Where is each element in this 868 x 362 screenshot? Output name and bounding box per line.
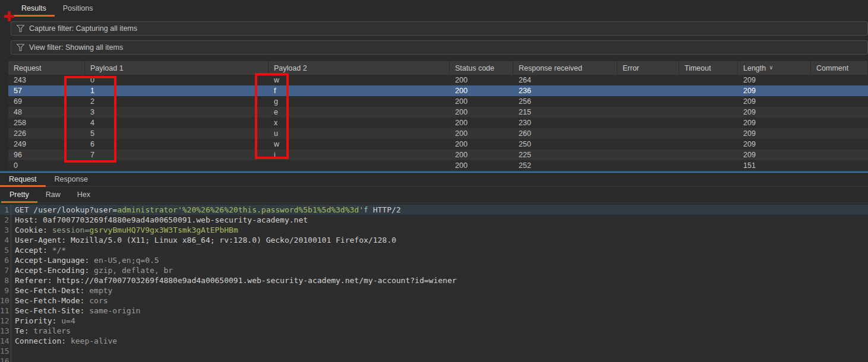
column-header-label: Request — [14, 64, 42, 72]
annotation-box-payload2 — [255, 73, 289, 159]
column-header-label: Payload 2 — [274, 64, 307, 72]
cell-response: 215 — [513, 107, 617, 118]
cell-timeout — [679, 160, 738, 171]
cell-length: 151 — [738, 160, 811, 171]
cell-length: 209 — [738, 96, 811, 107]
cell-status: 200 — [450, 150, 513, 160]
cell-timeout — [679, 96, 738, 107]
cell-timeout — [679, 107, 738, 118]
line-number: 8 — [0, 275, 11, 285]
line-number: 5 — [0, 245, 11, 255]
code-segment: empty — [89, 286, 112, 295]
cell-error — [617, 96, 679, 107]
line-number: 4 — [0, 235, 11, 245]
cell-error — [617, 139, 679, 150]
tab-pretty[interactable]: Pretty — [1, 188, 37, 203]
cell-length: 209 — [738, 75, 811, 85]
tab-raw[interactable]: Raw — [37, 188, 69, 203]
code-segment: same-origin — [89, 306, 140, 315]
code-segment: Accept-Encoding: — [15, 266, 94, 275]
code-segment: Cookie: — [15, 226, 52, 234]
cell-response: 264 — [513, 75, 617, 85]
table-row[interactable]: 2584x200230209 — [8, 118, 868, 128]
column-header-payload2[interactable]: Payload 2 — [269, 61, 450, 75]
tab-positions-label: Positions — [63, 4, 93, 12]
column-header-status[interactable]: Status code — [450, 61, 513, 75]
line-content: Priority: u=4 — [11, 316, 75, 326]
sort-desc-icon: ∨ — [769, 64, 773, 71]
column-header-payload1[interactable]: Payload 1 — [85, 61, 269, 75]
line-number: 11 — [0, 306, 11, 316]
column-header-comment[interactable]: Comment — [811, 61, 868, 75]
code-segment: Accept-Language: — [15, 256, 94, 265]
table-row[interactable]: 0200252151 — [8, 160, 868, 171]
line-number: 15 — [0, 346, 11, 356]
request-editor[interactable]: 1GET /user/lookup?user=administrator'%20… — [0, 204, 868, 362]
view-filter-label: View filter: Showing all items — [29, 43, 123, 52]
line-number: 12 — [0, 316, 11, 326]
tab-response[interactable]: Response — [46, 173, 97, 187]
table-row[interactable]: 483e200215209 — [8, 107, 868, 118]
table-row[interactable]: 2496w200250209 — [8, 139, 868, 150]
cell-comment — [811, 160, 868, 171]
cell-response: 260 — [513, 128, 617, 139]
cell-error — [617, 75, 679, 85]
view-filter-bar[interactable]: View filter: Showing all items — [11, 40, 868, 55]
column-header-length[interactable]: Length∨ — [738, 61, 811, 75]
editor-line: 4User-Agent: Mozilla/5.0 (X11; Linux x86… — [0, 235, 868, 245]
column-header-label: Comment — [816, 64, 848, 72]
column-header-label: Response received — [519, 64, 582, 72]
table-row[interactable]: 2430w200264209 — [8, 75, 868, 85]
column-header-timeout[interactable]: Timeout — [679, 61, 738, 75]
table-row[interactable]: 2265u200260209 — [8, 128, 868, 139]
cell-payload2: g — [269, 96, 450, 107]
code-segment: User-Agent: Mozilla/5.0 (X11; Linux x86_… — [15, 236, 396, 244]
cell-comment — [811, 96, 868, 107]
tab-hex[interactable]: Hex — [69, 188, 99, 203]
cell-timeout — [679, 139, 738, 150]
table-row[interactable]: 571f200236209 — [8, 85, 868, 96]
editor-line: 1GET /user/lookup?user=administrator'%20… — [0, 205, 868, 215]
results-table-body: 2430w200264209571f200236209692g200256209… — [8, 75, 868, 171]
code-segment: Connection: — [15, 336, 71, 345]
cell-comment — [811, 75, 868, 85]
column-header-error[interactable]: Error — [617, 61, 679, 75]
code-segment: trailers — [33, 326, 71, 335]
cell-payload2: i — [269, 150, 450, 160]
table-row[interactable]: 967i200225209 — [8, 150, 868, 160]
tab-results[interactable]: Results — [13, 1, 55, 17]
cell-response: 236 — [513, 85, 617, 96]
tab-request[interactable]: Request — [0, 173, 46, 187]
editor-line: 7Accept-Encoding: gzip, deflate, br — [0, 265, 868, 275]
editor-line: 8Referer: https://0af7007703269f4880e9ad… — [0, 275, 868, 285]
tab-pretty-label: Pretty — [10, 190, 29, 199]
intruder-tab-bar: Results Positions — [0, 1, 868, 17]
cell-status: 200 — [450, 85, 513, 96]
cell-status: 200 — [450, 118, 513, 128]
line-content: Accept-Language: en-US,en;q=0.5 — [11, 255, 159, 265]
cell-response: 252 — [513, 160, 617, 171]
cell-response: 250 — [513, 139, 617, 150]
cell-payload2 — [269, 160, 450, 171]
capture-filter-bar[interactable]: Capture filter: Capturing all items — [11, 21, 868, 36]
cell-timeout — [679, 150, 738, 160]
code-segment: u=4 — [61, 316, 75, 325]
editor-line: 10Sec-Fetch-Mode: cors — [0, 296, 868, 306]
cell-length: 209 — [738, 150, 811, 160]
column-header-label: Length — [743, 64, 766, 72]
cell-status: 200 — [450, 96, 513, 107]
cell-status: 200 — [450, 139, 513, 150]
table-row[interactable]: 692g200256209 — [8, 96, 868, 107]
cell-payload2: x — [269, 118, 450, 128]
annotation-box-payload1 — [64, 76, 116, 163]
cell-length: 209 — [738, 118, 811, 128]
cell-error — [617, 160, 679, 171]
column-header-request[interactable]: Request — [8, 61, 85, 75]
tab-positions[interactable]: Positions — [55, 1, 102, 17]
tab-raw-label: Raw — [46, 190, 61, 199]
tab-request-label: Request — [9, 175, 37, 183]
filter-funnel-icon — [17, 44, 24, 51]
view-tab-bar: Pretty Raw Hex — [0, 188, 868, 203]
filter-funnel-icon — [17, 25, 24, 32]
column-header-response[interactable]: Response received — [513, 61, 617, 75]
